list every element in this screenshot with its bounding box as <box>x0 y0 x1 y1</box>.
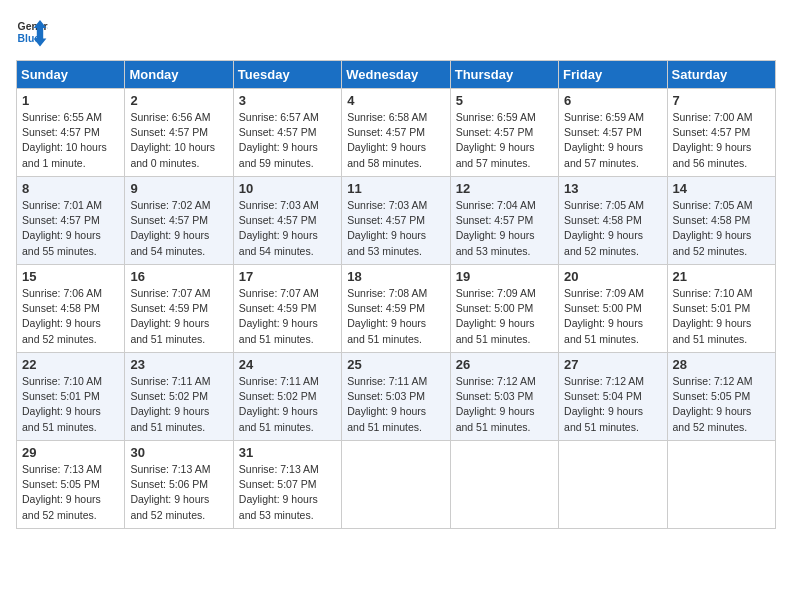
day-info: Sunrise: 6:58 AMSunset: 4:57 PMDaylight:… <box>347 110 444 171</box>
day-number: 15 <box>22 269 119 284</box>
day-number: 29 <box>22 445 119 460</box>
calendar-cell: 8Sunrise: 7:01 AMSunset: 4:57 PMDaylight… <box>17 177 125 265</box>
day-number: 20 <box>564 269 661 284</box>
col-header-thursday: Thursday <box>450 61 558 89</box>
day-info: Sunrise: 6:59 AMSunset: 4:57 PMDaylight:… <box>456 110 553 171</box>
day-number: 10 <box>239 181 336 196</box>
day-number: 26 <box>456 357 553 372</box>
page-header: General Blue <box>16 16 776 48</box>
day-info: Sunrise: 7:13 AMSunset: 5:07 PMDaylight:… <box>239 462 336 523</box>
day-number: 23 <box>130 357 227 372</box>
calendar-cell: 7Sunrise: 7:00 AMSunset: 4:57 PMDaylight… <box>667 89 775 177</box>
day-info: Sunrise: 7:02 AMSunset: 4:57 PMDaylight:… <box>130 198 227 259</box>
calendar-cell: 13Sunrise: 7:05 AMSunset: 4:58 PMDayligh… <box>559 177 667 265</box>
calendar-cell: 4Sunrise: 6:58 AMSunset: 4:57 PMDaylight… <box>342 89 450 177</box>
calendar-cell: 15Sunrise: 7:06 AMSunset: 4:58 PMDayligh… <box>17 265 125 353</box>
day-number: 31 <box>239 445 336 460</box>
calendar-cell <box>667 441 775 529</box>
calendar-cell: 12Sunrise: 7:04 AMSunset: 4:57 PMDayligh… <box>450 177 558 265</box>
day-number: 5 <box>456 93 553 108</box>
calendar-cell: 18Sunrise: 7:08 AMSunset: 4:59 PMDayligh… <box>342 265 450 353</box>
day-number: 25 <box>347 357 444 372</box>
calendar-cell: 22Sunrise: 7:10 AMSunset: 5:01 PMDayligh… <box>17 353 125 441</box>
calendar-cell: 11Sunrise: 7:03 AMSunset: 4:57 PMDayligh… <box>342 177 450 265</box>
col-header-tuesday: Tuesday <box>233 61 341 89</box>
day-info: Sunrise: 7:11 AMSunset: 5:02 PMDaylight:… <box>130 374 227 435</box>
day-number: 11 <box>347 181 444 196</box>
calendar-cell: 31Sunrise: 7:13 AMSunset: 5:07 PMDayligh… <box>233 441 341 529</box>
day-info: Sunrise: 7:10 AMSunset: 5:01 PMDaylight:… <box>673 286 770 347</box>
day-number: 3 <box>239 93 336 108</box>
day-number: 2 <box>130 93 227 108</box>
col-header-saturday: Saturday <box>667 61 775 89</box>
col-header-sunday: Sunday <box>17 61 125 89</box>
calendar-cell: 9Sunrise: 7:02 AMSunset: 4:57 PMDaylight… <box>125 177 233 265</box>
calendar-cell: 27Sunrise: 7:12 AMSunset: 5:04 PMDayligh… <box>559 353 667 441</box>
day-number: 6 <box>564 93 661 108</box>
day-info: Sunrise: 7:12 AMSunset: 5:04 PMDaylight:… <box>564 374 661 435</box>
day-number: 8 <box>22 181 119 196</box>
day-info: Sunrise: 7:04 AMSunset: 4:57 PMDaylight:… <box>456 198 553 259</box>
day-number: 22 <box>22 357 119 372</box>
day-number: 21 <box>673 269 770 284</box>
calendar-cell: 28Sunrise: 7:12 AMSunset: 5:05 PMDayligh… <box>667 353 775 441</box>
day-info: Sunrise: 7:05 AMSunset: 4:58 PMDaylight:… <box>673 198 770 259</box>
col-header-wednesday: Wednesday <box>342 61 450 89</box>
calendar-cell: 10Sunrise: 7:03 AMSunset: 4:57 PMDayligh… <box>233 177 341 265</box>
calendar-cell: 16Sunrise: 7:07 AMSunset: 4:59 PMDayligh… <box>125 265 233 353</box>
day-info: Sunrise: 6:59 AMSunset: 4:57 PMDaylight:… <box>564 110 661 171</box>
day-info: Sunrise: 7:05 AMSunset: 4:58 PMDaylight:… <box>564 198 661 259</box>
logo-icon: General Blue <box>16 16 48 48</box>
calendar-cell: 26Sunrise: 7:12 AMSunset: 5:03 PMDayligh… <box>450 353 558 441</box>
logo: General Blue <box>16 16 48 48</box>
day-info: Sunrise: 7:12 AMSunset: 5:03 PMDaylight:… <box>456 374 553 435</box>
col-header-monday: Monday <box>125 61 233 89</box>
day-info: Sunrise: 7:03 AMSunset: 4:57 PMDaylight:… <box>239 198 336 259</box>
day-info: Sunrise: 7:10 AMSunset: 5:01 PMDaylight:… <box>22 374 119 435</box>
day-number: 17 <box>239 269 336 284</box>
calendar-cell <box>450 441 558 529</box>
day-info: Sunrise: 6:57 AMSunset: 4:57 PMDaylight:… <box>239 110 336 171</box>
day-number: 12 <box>456 181 553 196</box>
day-info: Sunrise: 7:09 AMSunset: 5:00 PMDaylight:… <box>564 286 661 347</box>
day-info: Sunrise: 7:09 AMSunset: 5:00 PMDaylight:… <box>456 286 553 347</box>
day-info: Sunrise: 7:13 AMSunset: 5:06 PMDaylight:… <box>130 462 227 523</box>
day-number: 30 <box>130 445 227 460</box>
calendar-cell: 17Sunrise: 7:07 AMSunset: 4:59 PMDayligh… <box>233 265 341 353</box>
day-info: Sunrise: 7:07 AMSunset: 4:59 PMDaylight:… <box>130 286 227 347</box>
calendar-cell: 29Sunrise: 7:13 AMSunset: 5:05 PMDayligh… <box>17 441 125 529</box>
calendar-cell: 2Sunrise: 6:56 AMSunset: 4:57 PMDaylight… <box>125 89 233 177</box>
calendar-cell <box>559 441 667 529</box>
calendar-cell: 1Sunrise: 6:55 AMSunset: 4:57 PMDaylight… <box>17 89 125 177</box>
day-info: Sunrise: 7:13 AMSunset: 5:05 PMDaylight:… <box>22 462 119 523</box>
calendar-cell: 24Sunrise: 7:11 AMSunset: 5:02 PMDayligh… <box>233 353 341 441</box>
col-header-friday: Friday <box>559 61 667 89</box>
day-number: 14 <box>673 181 770 196</box>
day-number: 28 <box>673 357 770 372</box>
day-info: Sunrise: 7:08 AMSunset: 4:59 PMDaylight:… <box>347 286 444 347</box>
calendar-cell: 3Sunrise: 6:57 AMSunset: 4:57 PMDaylight… <box>233 89 341 177</box>
day-number: 27 <box>564 357 661 372</box>
calendar-cell: 14Sunrise: 7:05 AMSunset: 4:58 PMDayligh… <box>667 177 775 265</box>
day-number: 4 <box>347 93 444 108</box>
day-number: 16 <box>130 269 227 284</box>
calendar-table: SundayMondayTuesdayWednesdayThursdayFrid… <box>16 60 776 529</box>
day-info: Sunrise: 7:12 AMSunset: 5:05 PMDaylight:… <box>673 374 770 435</box>
calendar-cell: 6Sunrise: 6:59 AMSunset: 4:57 PMDaylight… <box>559 89 667 177</box>
calendar-cell: 25Sunrise: 7:11 AMSunset: 5:03 PMDayligh… <box>342 353 450 441</box>
day-info: Sunrise: 7:07 AMSunset: 4:59 PMDaylight:… <box>239 286 336 347</box>
calendar-cell: 19Sunrise: 7:09 AMSunset: 5:00 PMDayligh… <box>450 265 558 353</box>
day-info: Sunrise: 7:00 AMSunset: 4:57 PMDaylight:… <box>673 110 770 171</box>
day-number: 24 <box>239 357 336 372</box>
day-info: Sunrise: 7:11 AMSunset: 5:02 PMDaylight:… <box>239 374 336 435</box>
calendar-cell: 30Sunrise: 7:13 AMSunset: 5:06 PMDayligh… <box>125 441 233 529</box>
day-number: 9 <box>130 181 227 196</box>
calendar-cell <box>342 441 450 529</box>
day-number: 13 <box>564 181 661 196</box>
calendar-cell: 20Sunrise: 7:09 AMSunset: 5:00 PMDayligh… <box>559 265 667 353</box>
day-info: Sunrise: 6:55 AMSunset: 4:57 PMDaylight:… <box>22 110 119 171</box>
calendar-cell: 23Sunrise: 7:11 AMSunset: 5:02 PMDayligh… <box>125 353 233 441</box>
calendar-cell: 5Sunrise: 6:59 AMSunset: 4:57 PMDaylight… <box>450 89 558 177</box>
day-info: Sunrise: 7:01 AMSunset: 4:57 PMDaylight:… <box>22 198 119 259</box>
day-info: Sunrise: 7:06 AMSunset: 4:58 PMDaylight:… <box>22 286 119 347</box>
